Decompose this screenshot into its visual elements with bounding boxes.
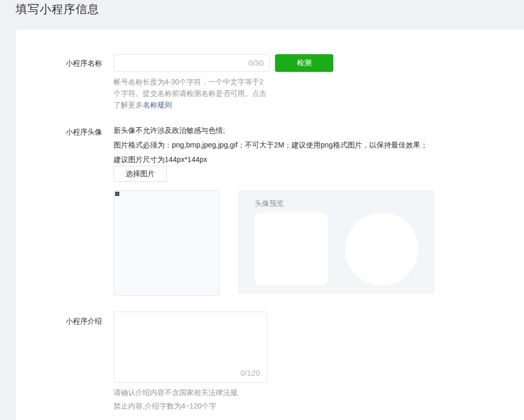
avatar-description: 新头像不允许涉及政治敏感与色情; 图片格式必须为：png,bmp,jpeg,jp… — [114, 123, 428, 167]
avatar-field-label: 小程序头像 — [16, 127, 102, 137]
avatar-preview-circle — [345, 213, 418, 286]
avatar-preview-square — [255, 213, 328, 286]
intro-textarea[interactable] — [114, 312, 267, 382]
name-help-line2: 个字符。提交名称前请检测名称是否可用。点击 — [114, 88, 285, 99]
avatar-desc-line2: 图片格式必须为：png,bmp,jpeg,jpg,gif；不可大于2M；建议使用… — [114, 138, 428, 167]
name-help-line3-text: 了解更多 — [114, 101, 143, 109]
intro-help-text: 请确认介绍内容不含国家相关法律法规 禁止内容,介绍字数为4~120个字 — [114, 386, 285, 413]
form-card: 小程序名称 0/30 检测 帐号名称长度为4-30个字符，一个中文字等于2 个字… — [16, 30, 524, 420]
name-field-label: 小程序名称 — [16, 58, 102, 68]
check-name-button[interactable]: 检测 — [275, 54, 333, 72]
name-input-wrap: 0/30 — [114, 54, 270, 72]
avatar-desc-line1: 新头像不允许涉及政治敏感与色情; — [114, 123, 428, 138]
choose-image-button[interactable]: 选择图片 — [114, 166, 167, 182]
avatar-preview-title: 头像预览 — [255, 199, 284, 208]
intro-field-label: 小程序介绍 — [16, 316, 102, 326]
avatar-preview-panel: 头像预览 — [238, 190, 434, 294]
intro-help-line1: 请确认介绍内容不含国家相关法律法规 — [114, 386, 285, 399]
name-rules-link[interactable]: 名称规则 — [143, 101, 172, 109]
broken-image-icon — [115, 192, 119, 196]
name-input[interactable] — [114, 54, 270, 72]
intro-textarea-wrap: 0/120 — [114, 312, 267, 382]
name-help-line1: 帐号名称长度为4-30个字符，一个中文字等于2 — [114, 76, 285, 88]
name-help-text: 帐号名称长度为4-30个字符，一个中文字等于2 个字符。提交名称前请检测名称是否… — [114, 76, 285, 110]
page-title: 填写小程序信息 — [16, 2, 99, 17]
name-help-line3: 了解更多名称规则 — [114, 99, 285, 110]
avatar-crop-area[interactable] — [114, 190, 219, 296]
intro-help-line2: 禁止内容,介绍字数为4~120个字 — [114, 399, 285, 413]
